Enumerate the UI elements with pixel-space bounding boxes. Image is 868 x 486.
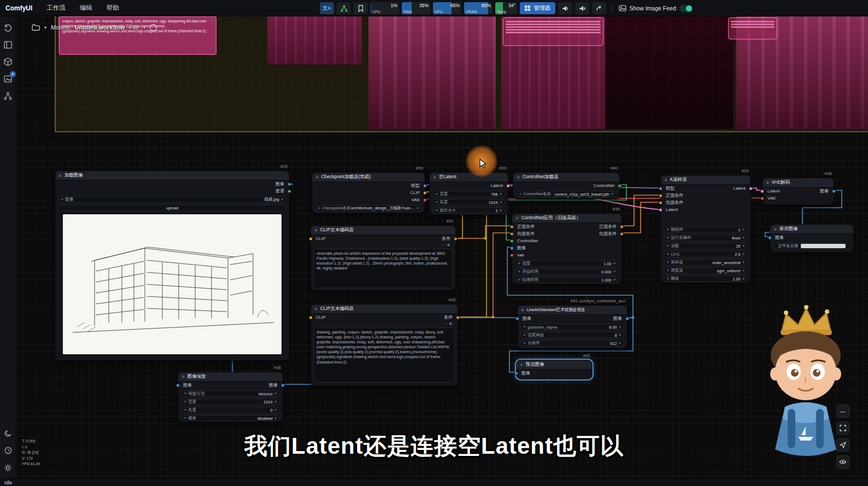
speaker-icon[interactable] — [449, 321, 453, 326]
port-clip-output[interactable] — [423, 191, 427, 195]
seed-widget[interactable]: ◀随机种1▶ — [664, 226, 748, 233]
decrement-arrow-icon[interactable]: ◀ — [318, 207, 320, 210]
port-image-input[interactable] — [768, 236, 772, 239]
denoise-widget[interactable]: ◀降噪1.00▶ — [664, 276, 748, 282]
increment-arrow-icon[interactable]: ▶ — [417, 207, 419, 210]
filename-input[interactable] — [801, 244, 846, 248]
workflow-tree-button[interactable] — [337, 2, 351, 14]
node-clip-encode-negative[interactable]: #32 ≡ CLIP文本编码器 CLIP 条件 ○ drawing, paint… — [310, 304, 458, 386]
node-header[interactable]: ≡ ControlNet应用（旧版高级） — [512, 214, 621, 223]
cfg-widget[interactable]: ◀CFG2.5▶ — [664, 251, 748, 257]
node-empty-latent[interactable]: #33 ≡ 空Latent Latent ◀宽度768▶ ◀高度1024▶ ◀批… — [429, 172, 508, 215]
checkpoint-combo-widget[interactable]: ◀ Checkpoint名称 architecture_design_万能陈Yu… — [315, 205, 422, 212]
port-latent-output[interactable] — [506, 184, 510, 188]
port-latent-output[interactable] — [749, 186, 753, 190]
node-header[interactable]: ≡ 空Latent — [430, 173, 508, 182]
end-percent-widget[interactable]: ◀结束时间1.000▶ — [515, 277, 619, 283]
node-ksampler[interactable]: #34 ≡ K采样器 模型 Latent 正面条件 负面条件 Latent ◀随… — [660, 175, 751, 283]
toggle-off-icon[interactable]: ○ — [442, 243, 444, 247]
pointer-mode-button[interactable] — [836, 438, 849, 452]
positive-prompt-textarea[interactable]: cinematic photo An artist's impression o… — [314, 249, 453, 288]
start-percent-widget[interactable]: ◀开始时间0.000▶ — [515, 268, 619, 275]
crop-widget[interactable]: ◀裁剪disabled▶ — [181, 415, 280, 421]
decrement-arrow-icon[interactable]: ◀ — [61, 198, 63, 201]
fit-view-button[interactable] — [836, 421, 849, 435]
workflow-extra-icon[interactable] — [150, 24, 157, 31]
node-vae-decode[interactable]: #35 ≡ VAE解码 Latent 图像 VAE — [762, 178, 834, 205]
toggle-off-icon[interactable]: ○ — [444, 322, 447, 325]
port-positive-output[interactable] — [620, 225, 624, 229]
node-lineart-preprocessor[interactable]: #41 comfyui_controlnet_aux ≡ LineArtStan… — [517, 305, 627, 349]
bookmark-button[interactable] — [354, 2, 368, 14]
collapse-icon[interactable]: ≡ — [59, 173, 62, 178]
port-model-output[interactable] — [423, 184, 427, 188]
port-controlnet-input[interactable] — [510, 239, 514, 243]
menu-workflow[interactable]: 工作流 — [46, 4, 66, 12]
port-latent-input[interactable] — [760, 189, 764, 193]
port-positive-input[interactable] — [659, 194, 662, 197]
image-feed-control[interactable]: Show Image Feed — [619, 5, 693, 12]
collapse-icon[interactable]: ≡ — [433, 175, 436, 180]
panel-list-icon[interactable] — [2, 39, 14, 51]
settings-gear-icon[interactable] — [2, 461, 14, 473]
undo-history-icon[interactable] — [2, 22, 14, 34]
share-icon-button[interactable] — [592, 2, 606, 14]
port-vae-output[interactable] — [423, 198, 427, 202]
controlnet-name-widget[interactable]: ◀ ControlNet名称 control_v11p_sd15_lineart… — [516, 191, 617, 197]
node-load-image[interactable]: #29 ≡ 加载图像 图像 遮罩 ◀ 图像 线稿.jpg ▶ upload — [55, 171, 290, 361]
node-save-image[interactable]: ≡ 保存图像 图像 文件名前缀 — [770, 224, 854, 253]
node-header[interactable]: ≡ 预览图像 — [517, 360, 592, 370]
height-widget[interactable]: ◀高度1024▶ — [432, 199, 505, 206]
port-image-output[interactable] — [288, 182, 291, 186]
workflow-title[interactable]: Untitled.workflow — [74, 24, 125, 31]
collapse-icon[interactable]: ≡ — [315, 307, 318, 312]
menu-edit[interactable]: 编辑 — [80, 4, 92, 12]
chevron-down-icon[interactable]: ▾ — [44, 25, 46, 30]
speaker-icon[interactable] — [447, 243, 451, 247]
translate-button[interactable]: 文A — [320, 2, 334, 14]
port-image-output[interactable] — [625, 317, 629, 320]
announce-icon-button[interactable] — [558, 2, 572, 14]
port-image-input[interactable] — [510, 246, 514, 250]
node-header[interactable]: ≡ CLIP文本编码器 — [311, 305, 458, 314]
gaussian-sigma-widget[interactable]: ◀guassian_sigma6.00▶ — [520, 324, 624, 330]
node-header[interactable]: ≡ K采样器 — [661, 175, 750, 185]
port-negative-input[interactable] — [510, 232, 514, 236]
collapse-icon[interactable]: ≡ — [774, 227, 777, 232]
port-negative-input[interactable] — [659, 201, 662, 204]
collapse-icon[interactable]: ≡ — [516, 216, 519, 221]
width-widget[interactable]: ◀宽度1024▶ — [181, 399, 280, 405]
announce-muted-icon-button[interactable] — [575, 2, 589, 14]
strength-widget[interactable]: ◀强度1.00▶ — [515, 260, 619, 267]
width-widget[interactable]: ◀宽度768▶ — [432, 191, 505, 197]
folder-icon[interactable] — [32, 24, 40, 31]
collapse-icon[interactable]: ≡ — [316, 175, 319, 180]
port-conditioning-output[interactable] — [456, 315, 460, 319]
models-label[interactable]: Models — [51, 24, 70, 31]
node-header[interactable]: ≡ CLIP文本编码器 — [311, 226, 455, 235]
toggle-visibility-button[interactable] — [836, 455, 849, 469]
port-image-output[interactable] — [832, 189, 836, 193]
collapse-icon[interactable]: ≡ — [315, 228, 318, 233]
port-controlnet-output[interactable] — [618, 184, 621, 188]
upscale-method-widget[interactable]: ◀缩放方法lanczos▶ — [181, 390, 280, 397]
node-preview-image[interactable]: #42 ≡ 预览图像 图像 — [516, 360, 593, 379]
port-conditioning-output[interactable] — [454, 237, 458, 241]
port-positive-input[interactable] — [510, 225, 514, 229]
minimize-button[interactable]: — — [836, 405, 849, 418]
collapse-icon[interactable]: ≡ — [521, 308, 524, 313]
app-logo[interactable]: ComfyUI — [5, 4, 32, 12]
intensity-threshold-widget[interactable]: ◀强度阈值8▶ — [520, 332, 624, 338]
collapse-icon[interactable]: ≡ — [665, 178, 667, 183]
image-combo-widget[interactable]: ◀ 图像 线稿.jpg ▶ — [58, 196, 286, 203]
recent-clock-icon[interactable] — [2, 444, 14, 456]
port-mask-output[interactable] — [288, 189, 291, 193]
collapse-icon[interactable]: ≡ — [517, 175, 520, 180]
gallery-icon[interactable]: 4 — [2, 73, 14, 85]
node-header[interactable]: ≡ VAE解码 — [763, 178, 834, 188]
node-header[interactable]: ≡ LineArtStandard艺术线预处理器 — [518, 306, 627, 315]
port-clip-input[interactable] — [309, 237, 313, 241]
menu-help[interactable]: 帮助 — [107, 4, 119, 12]
collapse-icon[interactable]: ≡ — [766, 180, 769, 185]
resolution-widget[interactable]: ◀分辨率512▶ — [520, 340, 624, 347]
